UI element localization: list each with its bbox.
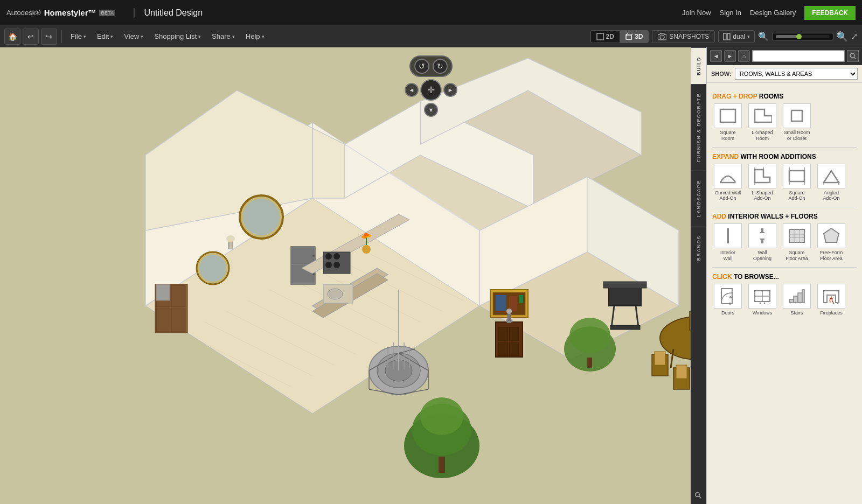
file-menu[interactable]: File▾ — [66, 30, 91, 43]
svg-rect-5 — [724, 33, 726, 40]
show-select[interactable]: ROOMS, WALLS & AREAS FLOOR PLAN ALL — [735, 68, 858, 80]
brands-tab[interactable]: BRANDS — [691, 226, 706, 270]
view-controls: 2D 3D SNAPSHOTS dual ▾ 🔍 🔍 ⤢ — [590, 30, 858, 43]
pan-right-button[interactable]: ► — [443, 83, 457, 97]
feedback-button[interactable]: FEEDBACK — [804, 6, 856, 20]
fullscreen-button[interactable]: ⤢ — [851, 31, 858, 41]
beta-badge: BETA — [99, 10, 115, 16]
rotate-left-button[interactable]: ↺ — [414, 59, 429, 74]
view-menu[interactable]: View▾ — [120, 30, 148, 43]
share-menu[interactable]: Share▾ — [207, 30, 239, 43]
join-now-link[interactable]: Join Now — [682, 9, 711, 17]
svg-rect-103 — [610, 325, 640, 330]
app-logo: Autodesk® Homestyler™ BETA — [6, 8, 115, 17]
pan-center-button[interactable]: ✛ — [422, 81, 440, 99]
landscape-tab[interactable]: LANDSCAPE — [691, 171, 706, 226]
panel-back-button[interactable]: ◄ — [710, 50, 722, 62]
svg-rect-106 — [509, 327, 519, 341]
angled-addon-item[interactable]: AngledAdd-On — [816, 164, 847, 202]
svg-line-123 — [854, 57, 856, 59]
undo-button[interactable]: ↩ — [23, 29, 39, 45]
sign-in-link[interactable]: Sign In — [720, 9, 741, 17]
drag-drop-heading: DRAG + DROP ROOMS — [712, 93, 857, 100]
square-addon-item[interactable]: SquareAdd-On — [781, 164, 812, 202]
panel-search-input[interactable] — [752, 50, 845, 62]
doors-item[interactable]: Doors — [712, 284, 743, 316]
furnish-decorate-tab[interactable]: FURNISH & DECORATE — [691, 84, 706, 171]
square-floor-item[interactable]: SquareFloor Area — [781, 223, 812, 262]
build-vertical-tabs: BUILD FURNISH & DECORATE LANDSCAPE BRAND… — [691, 47, 706, 504]
svg-point-122 — [850, 53, 854, 58]
fireplaces-icon — [817, 284, 845, 309]
click-browse-grid: Doors Windows — [712, 284, 857, 316]
l-shaped-room-item[interactable]: L-ShapedRoom — [747, 103, 778, 142]
panel-forward-button[interactable]: ► — [724, 50, 736, 62]
svg-rect-126 — [791, 110, 802, 121]
zoom-in-button[interactable]: 🔍 — [836, 31, 848, 42]
svg-rect-92 — [676, 365, 687, 379]
redo-button[interactable]: ↪ — [41, 29, 57, 45]
svg-rect-6 — [727, 33, 730, 40]
dual-view-button[interactable]: dual ▾ — [718, 30, 755, 43]
interior-wall-item[interactable]: InteriorWall — [712, 223, 743, 262]
svg-rect-132 — [789, 171, 804, 181]
svg-point-116 — [506, 309, 512, 314]
view-2d-3d-toggle: 2D 3D — [590, 30, 649, 43]
svg-marker-125 — [755, 109, 772, 122]
freeform-floor-item[interactable]: Free-FormFloor Area — [816, 223, 847, 262]
top-right-links: Join Now Sign In Design Gallery FEEDBACK — [682, 6, 856, 20]
wall-opening-item[interactable]: WallOpening — [747, 223, 778, 262]
svg-marker-150 — [824, 228, 839, 242]
help-menu[interactable]: Help▾ — [241, 30, 269, 43]
svg-point-51 — [325, 262, 332, 268]
svg-point-52 — [333, 262, 340, 268]
small-room-label: Small Roomor Closet — [783, 130, 810, 142]
stairs-icon — [783, 284, 811, 309]
svg-point-49 — [325, 253, 332, 260]
zoom-slider-thumb[interactable] — [796, 34, 802, 39]
view-2d-button[interactable]: 2D — [591, 31, 620, 43]
svg-point-84 — [569, 318, 610, 353]
panel-home-button[interactable]: ⌂ — [738, 50, 750, 62]
curved-wall-item[interactable]: Curved WallAdd-On — [712, 164, 743, 202]
edit-menu[interactable]: Edit▾ — [93, 30, 117, 43]
l-shaped-addon-label: L-ShapedAdd-On — [752, 190, 773, 202]
zoom-slider[interactable] — [776, 35, 830, 38]
fireplaces-item[interactable]: Fireplaces — [816, 284, 847, 316]
curved-wall-label: Curved WallAdd-On — [715, 190, 741, 202]
view-3d-button[interactable]: 3D — [620, 31, 648, 43]
svg-point-45 — [312, 255, 315, 257]
svg-rect-124 — [720, 109, 735, 122]
menu-divider — [61, 30, 62, 43]
windows-item[interactable]: Windows — [747, 284, 778, 316]
pan-left-button[interactable]: ◄ — [405, 83, 419, 97]
show-label: SHOW: — [711, 71, 732, 77]
design-gallery-link[interactable]: Design Gallery — [750, 9, 796, 17]
interior-walls-heading: ADD INTERIOR WALLS + FLOORS — [712, 213, 857, 220]
svg-marker-137 — [824, 171, 839, 183]
build-tab[interactable]: BUILD — [691, 47, 706, 84]
drag-drop-rooms-grid: SquareRoom L-ShapedRoom Small Roomor Clo… — [712, 103, 857, 142]
l-shaped-addon-item[interactable]: L-ShapedAdd-On — [747, 164, 778, 202]
svg-rect-40 — [171, 285, 185, 307]
windows-icon — [748, 284, 776, 309]
stairs-item[interactable]: Stairs — [781, 284, 812, 316]
panel-search-button[interactable] — [847, 50, 859, 62]
square-floor-label: SquareFloor Area — [785, 250, 808, 262]
home-button[interactable]: 🏠 — [4, 29, 20, 45]
rotate-right-button[interactable]: ↻ — [433, 59, 448, 74]
panel-magnify-icon[interactable] — [691, 487, 706, 504]
svg-rect-162 — [798, 293, 802, 303]
small-room-item[interactable]: Small Roomor Closet — [781, 103, 812, 142]
svg-rect-118 — [230, 242, 232, 249]
square-floor-icon — [783, 223, 811, 248]
pan-down-button[interactable]: ▼ — [424, 103, 438, 117]
interior-wall-icon — [714, 223, 742, 248]
snapshots-button[interactable]: SNAPSHOTS — [652, 30, 715, 43]
square-room-item[interactable]: SquareRoom — [712, 103, 743, 142]
angled-addon-label: AngledAdd-On — [823, 190, 839, 202]
top-bar: Autodesk® Homestyler™ BETA | Untitled De… — [0, 0, 862, 26]
zoom-out-button[interactable]: 🔍 — [758, 31, 769, 41]
shopping-list-menu[interactable]: Shopping List▾ — [150, 30, 205, 43]
curved-wall-icon — [714, 164, 742, 188]
